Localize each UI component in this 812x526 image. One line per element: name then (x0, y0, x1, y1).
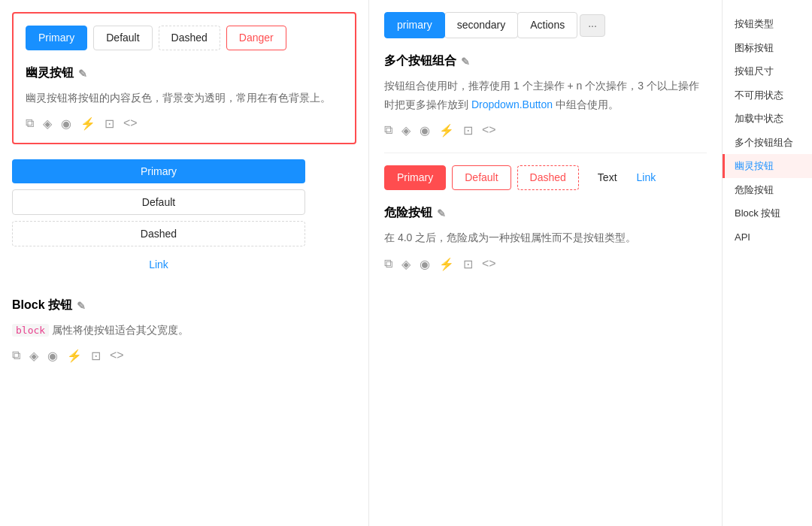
multi-button-section: 多个按钮组合 ✎ 按钮组合使用时，推荐使用 1 个主操作 + n 个次操作，3 … (384, 53, 707, 138)
sidebar-item-block[interactable]: Block 按钮 (723, 201, 812, 225)
danger-codepen-icon[interactable]: ◉ (420, 257, 430, 271)
section-divider-1 (384, 153, 707, 153)
left-panel: Primary Default Dashed Danger 幽灵按钮 ✎ 幽灵按… (0, 0, 368, 526)
right-ghost-link-btn[interactable]: Link (636, 165, 657, 190)
danger-desc: 在 4.0 之后，危险成为一种按钮属性而不是按钮类型。 (384, 228, 707, 247)
sidebar-item-multi-button[interactable]: 多个按钮组合 (723, 131, 812, 155)
top-tab-row: primary secondary Actions ··· (384, 12, 707, 38)
sidebar-item-loading[interactable]: 加载中状态 (723, 107, 812, 131)
block-lightning-icon[interactable]: ⚡ (67, 349, 82, 363)
block-btn-container: Primary Default Dashed Link (12, 159, 305, 283)
tab-actions[interactable]: Actions (517, 12, 577, 38)
ghost-title-text: 幽灵按钮 (26, 65, 74, 81)
danger-section: 危险按钮 ✎ 在 4.0 之后，危险成为一种按钮属性而不是按钮类型。 ⧉ ◈ ◉… (384, 205, 707, 271)
block-desc-text: 属性将使按钮适合其父宽度。 (52, 324, 189, 336)
right-ghost-btn-row: Primary Default Dashed Text Link (384, 165, 707, 190)
ghost-button-demo-row: Primary Default Dashed Danger (26, 26, 343, 50)
multi-btn-link[interactable]: Dropdown.Button (471, 98, 553, 110)
danger-lightning-icon[interactable]: ⚡ (439, 257, 454, 271)
block-codesandbox-icon[interactable]: ◈ (29, 349, 38, 363)
multi-btn-icon-toolbar: ⧉ ◈ ◉ ⚡ ⊡ <> (384, 123, 707, 138)
multi-btn-edit-icon[interactable]: ✎ (461, 56, 470, 68)
ghost-icon-toolbar: ⧉ ◈ ◉ ⚡ ⊡ <> (26, 116, 343, 131)
copy-icon[interactable]: ⧉ (26, 116, 34, 131)
block-code-icon[interactable]: <> (110, 349, 124, 363)
sidebar-item-icon-button[interactable]: 图标按钮 (723, 36, 812, 60)
block-link-btn[interactable]: Link (12, 252, 305, 277)
lightning-icon[interactable]: ⚡ (80, 116, 95, 131)
snippet-icon[interactable]: ⊡ (105, 116, 114, 131)
block-dashed-btn[interactable]: Dashed (12, 221, 305, 246)
ghost-section-card: Primary Default Dashed Danger 幽灵按钮 ✎ 幽灵按… (12, 12, 356, 144)
right-panel: primary secondary Actions ··· 多个按钮组合 ✎ 按… (368, 0, 722, 526)
danger-codesandbox-icon[interactable]: ◈ (401, 257, 411, 271)
ghost-primary-btn[interactable]: Primary (26, 26, 87, 50)
danger-edit-icon[interactable]: ✎ (437, 207, 446, 219)
multi-code-icon[interactable]: <> (482, 123, 496, 138)
ghost-section-desc: 幽灵按钮将按钮的内容反色，背景变为透明，常用在有色背景上。 (26, 89, 343, 107)
danger-code-icon[interactable]: <> (482, 257, 496, 271)
danger-copy-icon[interactable]: ⧉ (384, 257, 392, 271)
ghost-dashed-btn[interactable]: Dashed (159, 26, 220, 50)
sidebar-item-disabled[interactable]: 不可用状态 (723, 83, 812, 107)
multi-lightning-icon[interactable]: ⚡ (439, 123, 454, 138)
danger-title-text: 危险按钮 (384, 205, 432, 221)
tab-primary[interactable]: primary (384, 12, 445, 38)
block-inline-code: block (12, 324, 49, 337)
multi-btn-desc-suffix: 中组合使用。 (556, 98, 619, 110)
block-section-title: Block 按钮 ✎ (12, 298, 356, 313)
codepen-icon[interactable]: ◉ (61, 116, 71, 131)
block-copy-icon[interactable]: ⧉ (12, 349, 20, 363)
ghost-danger-btn[interactable]: Danger (226, 26, 286, 50)
multi-codesandbox-icon[interactable]: ◈ (401, 123, 411, 138)
tab-secondary[interactable]: secondary (444, 12, 519, 38)
multi-btn-desc: 按钮组合使用时，推荐使用 1 个主操作 + n 个次操作，3 个以上操作时把更多… (384, 77, 707, 114)
ghost-edit-icon[interactable]: ✎ (78, 68, 87, 80)
block-title-text: Block 按钮 (12, 298, 72, 313)
danger-icon-toolbar: ⧉ ◈ ◉ ⚡ ⊡ <> (384, 257, 707, 271)
danger-section-title: 危险按钮 ✎ (384, 205, 707, 221)
sidebar-item-danger[interactable]: 危险按钮 (723, 178, 812, 202)
ghost-default-btn[interactable]: Default (93, 26, 152, 50)
code-icon[interactable]: <> (123, 116, 138, 131)
multi-codepen-icon[interactable]: ◉ (420, 123, 430, 138)
danger-snippet-icon[interactable]: ⊡ (463, 257, 473, 271)
sidebar-item-button-size[interactable]: 按钮尺寸 (723, 59, 812, 83)
sidebar-item-ghost[interactable]: 幽灵按钮 (723, 154, 812, 178)
block-default-btn[interactable]: Default (12, 189, 305, 215)
block-section-desc: block 属性将使按钮适合其父宽度。 (12, 321, 356, 340)
multi-btn-title-text: 多个按钮组合 (384, 53, 456, 69)
sidebar-item-button-type[interactable]: 按钮类型 (723, 12, 812, 36)
right-ghost-dashed-btn[interactable]: Dashed (517, 165, 579, 190)
block-codepen-icon[interactable]: ◉ (47, 349, 58, 363)
multi-copy-icon[interactable]: ⧉ (384, 123, 392, 138)
tab-more-btn[interactable]: ··· (580, 14, 605, 37)
sidebar: 按钮类型 图标按钮 按钮尺寸 不可用状态 加载中状态 多个按钮组合 幽灵按钮 危… (722, 0, 812, 526)
right-ghost-primary-btn[interactable]: Primary (384, 165, 446, 190)
block-section-card: Primary Default Dashed Link Block 按钮 ✎ b… (12, 159, 356, 378)
ghost-section-title: 幽灵按钮 ✎ (26, 65, 343, 81)
codesandbox-icon[interactable]: ◈ (43, 116, 52, 131)
multi-btn-title: 多个按钮组合 ✎ (384, 53, 707, 69)
block-icon-toolbar: ⧉ ◈ ◉ ⚡ ⊡ <> (12, 349, 356, 363)
right-ghost-text-btn[interactable]: Text (585, 165, 630, 190)
block-edit-icon[interactable]: ✎ (77, 300, 86, 312)
block-snippet-icon[interactable]: ⊡ (91, 349, 101, 363)
right-ghost-default-btn[interactable]: Default (452, 165, 511, 190)
sidebar-item-api[interactable]: API (723, 225, 812, 249)
multi-snippet-icon[interactable]: ⊡ (463, 123, 473, 138)
block-primary-btn[interactable]: Primary (12, 159, 305, 183)
